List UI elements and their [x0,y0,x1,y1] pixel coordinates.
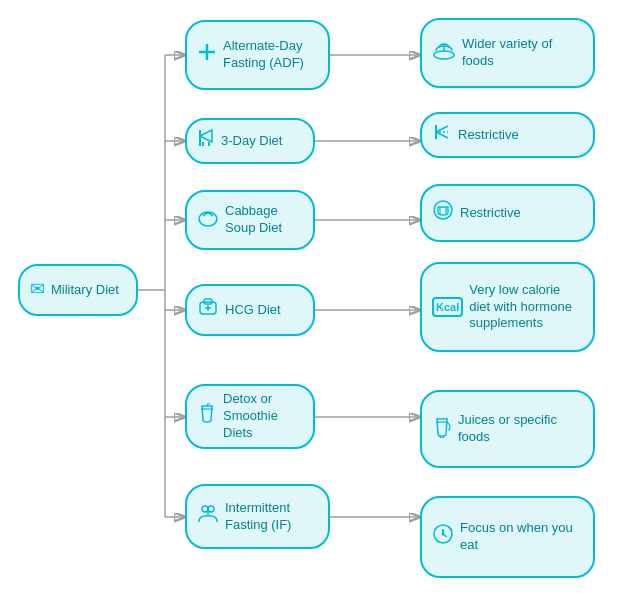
rest1-label: Restrictive [458,127,519,144]
if-label: Intermittent Fasting (IF) [225,500,318,534]
3day-label: 3-Day Diet [221,133,282,150]
diet-node-if: Intermittent Fasting (IF) [185,484,330,549]
3day-icon [197,128,215,154]
detox-label: Detox or Smoothie Diets [223,391,303,442]
hcg-label: HCG Diet [225,302,281,319]
desc-node-juices: Juices or specific foods [420,390,595,468]
rest1-icon [432,122,452,148]
juices-icon [432,414,452,444]
svg-point-24 [202,506,208,512]
rest2-label: Restrictive [460,205,521,222]
hcg-icon [197,296,219,324]
wider-label: Wider variety of foods [462,36,583,70]
cabbage-icon [197,206,219,234]
cabbage-label: Cabbage Soup Diet [225,203,303,237]
root-label: Military Diet [51,282,119,299]
desc-node-focus: Focus on when you eat [420,496,595,578]
adf-icon [197,42,217,68]
diet-node-detox: Detox or Smoothie Diets [185,384,315,449]
desc-node-rest1: Restrictive [420,112,595,158]
vlow-icon: Kcal [432,297,463,317]
desc-node-rest2: Restrictive [420,184,595,242]
if-icon [197,502,219,530]
svg-point-25 [208,506,214,512]
detox-icon [197,402,217,430]
root-icon: ✉ [30,278,45,301]
diet-node-adf: Alternate-Day Fasting (ADF) [185,20,330,90]
diet-node-3day: 3-Day Diet [185,118,315,164]
diet-node-hcg: HCG Diet [185,284,315,336]
focus-label: Focus on when you eat [460,520,583,554]
svg-point-27 [434,51,454,59]
svg-line-31 [436,132,448,138]
svg-point-40 [442,532,445,535]
diet-node-cabbage: Cabbage Soup Diet [185,190,315,250]
diagram: ✉ Military Diet Alternate-Day Fasting (A… [0,0,625,608]
desc-node-vlow: Kcal Very low calorie diet with hormone … [420,262,595,352]
desc-node-wider: Wider variety of foods [420,18,595,88]
root-node: ✉ Military Diet [18,264,138,316]
svg-point-18 [199,212,217,226]
focus-icon [432,523,454,551]
adf-label: Alternate-Day Fasting (ADF) [223,38,318,72]
wider-icon [432,39,456,67]
vlow-label: Very low calorie diet with hormone suppl… [469,282,583,333]
juices-label: Juices or specific foods [458,412,583,446]
svg-point-33 [434,201,452,219]
rest2-icon [432,199,454,227]
svg-line-30 [436,126,448,132]
